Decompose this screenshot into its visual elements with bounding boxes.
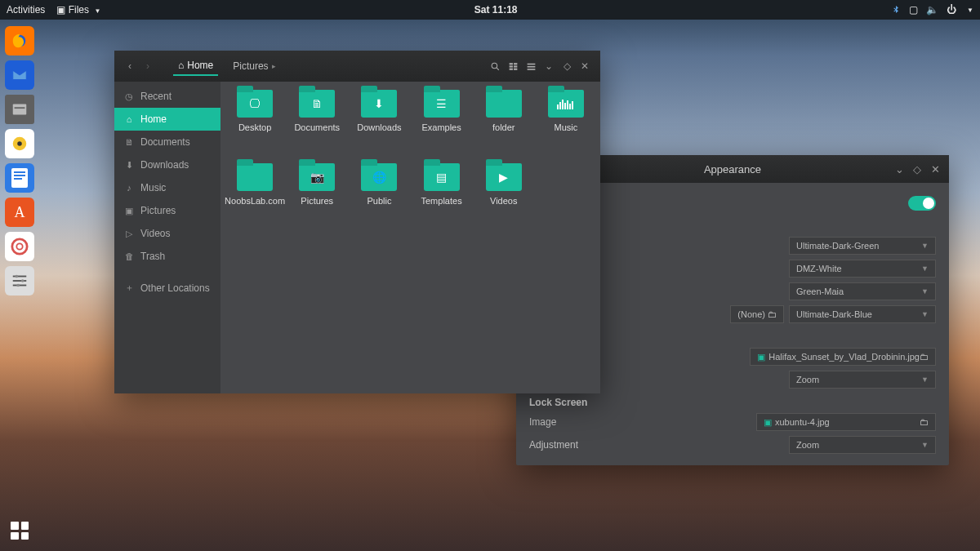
system-menu-chevron-icon[interactable]: ▼ xyxy=(967,7,973,14)
sidebar-item-home[interactable]: ⌂Home xyxy=(114,108,220,131)
icons-select[interactable]: Green-Maia▼ xyxy=(789,282,936,300)
files-menu-icon: ▣ xyxy=(56,4,68,16)
power-icon[interactable]: ⏻ xyxy=(947,4,956,16)
forward-icon[interactable]: › xyxy=(139,57,157,75)
files-icon[interactable] xyxy=(5,95,34,124)
trash-icon: 🗑 xyxy=(124,251,134,261)
minimize-icon[interactable]: ⌄ xyxy=(890,160,908,178)
svg-rect-2 xyxy=(15,107,25,109)
sidebar-item-downloads[interactable]: ⬇Downloads xyxy=(114,153,220,176)
downloads-folder-icon: ⬇ xyxy=(368,95,390,113)
sidebar-item-pictures[interactable]: ▣Pictures xyxy=(114,199,220,222)
svg-point-4 xyxy=(17,141,22,146)
show-applications-icon[interactable] xyxy=(11,522,29,540)
folder-folder[interactable]: folder xyxy=(473,90,535,160)
download-icon: ⬇ xyxy=(124,160,134,171)
folder-desktop[interactable]: 🖵Desktop xyxy=(224,90,286,160)
firefox-icon[interactable] xyxy=(5,26,34,56)
svg-point-15 xyxy=(21,279,24,282)
volume-icon[interactable]: 🔈 xyxy=(926,4,938,16)
svg-rect-26 xyxy=(527,69,535,70)
cursor-select[interactable]: DMZ-White▼ xyxy=(789,260,936,278)
svg-rect-33 xyxy=(572,101,573,109)
maximize-icon[interactable]: ◇ xyxy=(908,160,926,178)
thunderbird-icon[interactable] xyxy=(5,60,34,90)
chevron-down-icon: ▼ xyxy=(94,7,100,15)
folder-public[interactable]: 🌐Public xyxy=(348,163,410,233)
svg-point-16 xyxy=(16,284,20,287)
applications-select[interactable]: Ultimate-Dark-Green▼ xyxy=(789,237,936,255)
folder-open-icon: 🗀 xyxy=(920,352,929,362)
bg-image-picker[interactable]: ▣Halifax_Sunset_by_Vlad_Drobinin.jpg🗀 xyxy=(750,348,936,366)
lock-image-picker[interactable]: ▣xubuntu-4.jpg🗀 xyxy=(756,413,936,431)
plus-icon: ＋ xyxy=(124,282,134,294)
svg-rect-27 xyxy=(557,104,559,109)
svg-rect-19 xyxy=(514,63,517,64)
lockscreen-heading: Lock Screen xyxy=(529,397,936,408)
picture-icon: ▣ xyxy=(124,206,134,216)
folder-videos[interactable]: ▶Videos xyxy=(473,163,535,233)
clock-icon: ◷ xyxy=(124,91,134,102)
breadcrumb-home[interactable]: ⌂ Home xyxy=(173,56,218,76)
svg-rect-21 xyxy=(514,65,517,67)
folder-templates[interactable]: ▤Templates xyxy=(410,163,472,233)
lock-adjust-select[interactable]: Zoom▼ xyxy=(789,436,936,454)
shell-select[interactable]: Ultimate-Dark-Blue▼ xyxy=(789,305,936,323)
help-icon[interactable] xyxy=(5,232,34,261)
bg-adjust-select[interactable]: Zoom▼ xyxy=(789,371,936,389)
app-menu[interactable]: ▣ Files ▼ xyxy=(56,4,100,16)
bluetooth-icon[interactable] xyxy=(891,5,901,15)
folder-examples[interactable]: ☰Examples xyxy=(410,90,472,160)
view-list-icon[interactable] xyxy=(522,57,540,75)
software-icon[interactable]: A xyxy=(5,198,34,227)
sidebar-item-recent[interactable]: ◷Recent xyxy=(114,85,220,108)
folder-documents[interactable]: 🗎Documents xyxy=(286,90,348,160)
animations-toggle[interactable] xyxy=(908,196,936,211)
search-icon[interactable] xyxy=(486,57,504,75)
svg-point-14 xyxy=(16,275,19,278)
sidebar-item-other-locations[interactable]: ＋Other Locations xyxy=(114,276,220,300)
svg-rect-8 xyxy=(14,178,22,180)
folder-open-icon: 🗀 xyxy=(768,309,777,319)
close-icon[interactable]: ✕ xyxy=(576,57,594,75)
files-icon-grid: 🖵Desktop 🗎Documents ⬇Downloads ☰Examples… xyxy=(220,82,600,393)
svg-rect-24 xyxy=(527,63,535,64)
back-icon[interactable]: ‹ xyxy=(121,57,139,75)
chevron-down-icon: ▼ xyxy=(921,242,929,250)
view-options-chevron-icon[interactable]: ⌄ xyxy=(540,57,558,75)
svg-rect-30 xyxy=(564,103,566,109)
sidebar-item-trash[interactable]: 🗑Trash xyxy=(114,245,220,268)
activities-button[interactable]: Activities xyxy=(7,4,45,16)
folder-pictures[interactable]: 📷Pictures xyxy=(286,163,348,233)
svg-rect-1 xyxy=(13,104,27,115)
writer-icon[interactable] xyxy=(5,163,34,193)
breadcrumb-pictures[interactable]: Pictures ▸ xyxy=(228,57,280,75)
files-titlebar[interactable]: ‹ › ⌂ Home Pictures ▸ ⌄ ◇ ✕ xyxy=(114,51,600,82)
sidebar-item-documents[interactable]: 🗎Documents xyxy=(114,131,220,153)
sidebar-item-music[interactable]: ♪Music xyxy=(114,176,220,199)
appearance-title: Appearance xyxy=(704,163,761,176)
pictures-folder-icon: 📷 xyxy=(305,168,328,186)
music-folder-icon xyxy=(555,95,577,113)
screen-icon[interactable]: ▢ xyxy=(909,4,918,16)
svg-rect-32 xyxy=(569,104,571,109)
svg-rect-29 xyxy=(562,100,564,109)
svg-point-17 xyxy=(492,63,497,69)
folder-noobslab[interactable]: NoobsLab.com xyxy=(224,163,286,233)
svg-rect-25 xyxy=(527,65,535,67)
folder-music[interactable]: Music xyxy=(535,90,597,160)
svg-rect-22 xyxy=(509,68,512,69)
video-icon: ▷ xyxy=(124,229,134,239)
tweaks-icon[interactable] xyxy=(5,266,34,295)
sidebar-item-videos[interactable]: ▷Videos xyxy=(114,222,220,245)
clock[interactable]: Sat 11:18 xyxy=(100,4,891,16)
documents-folder-icon: 🗎 xyxy=(305,95,328,113)
chevron-down-icon: ▼ xyxy=(921,264,929,273)
rhythmbox-icon[interactable] xyxy=(5,129,34,158)
folder-downloads[interactable]: ⬇Downloads xyxy=(348,90,410,160)
shell-file-chip[interactable]: (None) 🗀 xyxy=(730,305,784,323)
hamburger-icon[interactable]: ◇ xyxy=(558,57,576,75)
svg-point-10 xyxy=(16,243,22,249)
view-list-split-icon[interactable] xyxy=(504,57,522,75)
close-icon[interactable]: ✕ xyxy=(926,160,944,178)
